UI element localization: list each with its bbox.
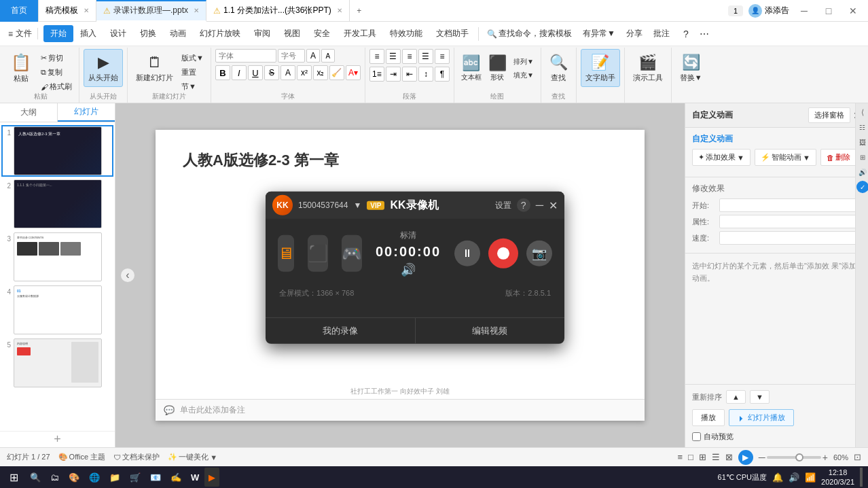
- menu-design[interactable]: 设计: [103, 25, 133, 42]
- menu-assistant[interactable]: 文档助手: [429, 25, 475, 42]
- tab-template[interactable]: 稿壳模板 ✕: [39, 0, 96, 22]
- smart-anim-button[interactable]: ⚡ 智能动画 ▼: [755, 149, 816, 166]
- select-pane-button[interactable]: 选择窗格: [808, 107, 850, 123]
- kk-minimize-button[interactable]: ─: [536, 199, 543, 211]
- beautify-button[interactable]: ✨ 一键美化 ▼: [168, 452, 217, 462]
- kk-close-button[interactable]: ✕: [549, 198, 558, 211]
- delete-anim-button[interactable]: 🗑 删除: [820, 149, 856, 166]
- slide-item-2[interactable]: 2 1.1.1 集个小问题第一...: [3, 179, 112, 228]
- view-normal-button[interactable]: ≡: [677, 452, 683, 462]
- tab-template-close[interactable]: ✕: [84, 7, 89, 14]
- reorder-up-button[interactable]: ▲: [726, 390, 746, 404]
- menu-review[interactable]: 审阅: [247, 25, 277, 42]
- right-icon-active[interactable]: ✓: [856, 181, 869, 193]
- taskbar-app-art[interactable]: 🎨: [65, 468, 84, 487]
- right-icon-2[interactable]: ☷: [856, 121, 869, 133]
- slide-item-4[interactable]: 4 01 云服务设计数据源: [3, 285, 112, 334]
- tab-ppt2[interactable]: ⚠ 1.1 分类加法计...(共36张PPT) ✕: [206, 0, 350, 22]
- italic-button[interactable]: I: [232, 65, 247, 80]
- add-tab-button[interactable]: +: [350, 0, 369, 22]
- notes-area[interactable]: 💬 单击此处添加备注: [156, 399, 645, 421]
- left-scroll-button[interactable]: ‹: [121, 268, 134, 282]
- taskbar-app-wps[interactable]: ✍: [166, 468, 185, 487]
- text-box-button[interactable]: 🔤 文本框: [458, 49, 484, 87]
- underline-button[interactable]: U: [248, 65, 263, 80]
- zoom-out-button[interactable]: ─: [759, 452, 765, 463]
- kk-dropdown-icon[interactable]: ▼: [353, 201, 361, 210]
- kk-audio-icon[interactable]: 🔊: [401, 262, 416, 277]
- view-grid-button[interactable]: ⊞: [699, 452, 706, 462]
- show-desktop-button[interactable]: [860, 468, 863, 487]
- indent-more-button[interactable]: ⇥: [386, 67, 401, 82]
- kk-titlebar[interactable]: KK 15004537644 ▼ VIP KK录像机 设置 ? ─ ✕: [266, 192, 564, 219]
- tab-ppt2-close[interactable]: ✕: [337, 7, 342, 14]
- text-assist-button[interactable]: 📝 文字助手: [581, 49, 620, 87]
- close-button[interactable]: ✕: [844, 1, 863, 20]
- right-icon-4[interactable]: ⊞: [856, 151, 869, 163]
- decrease-font-button[interactable]: A: [321, 49, 335, 63]
- menu-insert[interactable]: 插入: [73, 25, 103, 42]
- kk-screenshot-button[interactable]: 📷: [526, 241, 552, 266]
- taskbar-app-browser[interactable]: 🌐: [85, 468, 104, 487]
- line-spacing-button[interactable]: ↕: [418, 67, 433, 82]
- sys-notification-icon[interactable]: 🔔: [772, 472, 783, 483]
- list-button[interactable]: ≡: [435, 49, 450, 64]
- menu-transition[interactable]: 切换: [133, 25, 163, 42]
- clear-format-button[interactable]: 🧹: [329, 65, 344, 80]
- layout-button[interactable]: 版式▼: [179, 52, 206, 65]
- slideshow-button[interactable]: ⏵ 幻灯片播放: [729, 409, 794, 426]
- kk-my-recordings-button[interactable]: 我的录像: [266, 318, 415, 344]
- demo-button[interactable]: 🎬 演示工具: [629, 49, 667, 87]
- play-slideshow-button[interactable]: ▶: [738, 450, 753, 465]
- zoom-slider[interactable]: [767, 456, 821, 459]
- menu-share[interactable]: 分享: [621, 25, 648, 42]
- menu-file[interactable]: ≡ 文件: [3, 25, 43, 42]
- taskbar-app-files[interactable]: 📁: [105, 468, 124, 487]
- tab-pptx[interactable]: ⚠ 录课计数原理—.pptx ✕: [96, 0, 206, 22]
- menu-help[interactable]: ?: [678, 26, 694, 42]
- right-icon-1[interactable]: ⟨: [856, 106, 869, 118]
- find-button[interactable]: 🔍 查找: [545, 49, 572, 87]
- right-icon-3[interactable]: 🖼: [856, 136, 869, 148]
- slide-item-1[interactable]: 1 人教A版选修2-3 第一章: [3, 126, 112, 175]
- menu-special[interactable]: 特效功能: [383, 25, 429, 42]
- view-notes-button[interactable]: ⊠: [725, 452, 733, 462]
- add-slide-button[interactable]: +: [0, 431, 115, 447]
- add-effect-button[interactable]: ✦ 添加效果 ▼: [692, 149, 751, 166]
- menu-view[interactable]: 视图: [277, 25, 307, 42]
- shape-button[interactable]: ⬛ 形状: [486, 49, 509, 87]
- search-taskbar-button[interactable]: 🔍: [26, 468, 45, 487]
- strikethrough-button[interactable]: S: [264, 65, 279, 80]
- font-family-input[interactable]: [215, 49, 276, 63]
- bold-button[interactable]: B: [215, 65, 230, 80]
- tab-outline[interactable]: 大纲: [0, 103, 58, 122]
- shadow-button[interactable]: A: [281, 65, 295, 80]
- sys-volume-icon[interactable]: 🔊: [789, 472, 799, 483]
- kk-settings-button[interactable]: 设置: [495, 199, 511, 211]
- align-left-button[interactable]: ≡: [369, 49, 384, 64]
- replace-button[interactable]: 🔄 替换▼: [676, 49, 706, 87]
- play-animation-button[interactable]: 播放: [692, 409, 725, 426]
- kk-screen-mode-button[interactable]: 🖥: [278, 235, 294, 272]
- arrange-button[interactable]: 排列▼: [511, 56, 537, 68]
- kk-game-mode-button[interactable]: 🎮: [342, 235, 362, 272]
- tab-pptx-close[interactable]: ✕: [194, 7, 199, 14]
- kk-pause-button[interactable]: ⏸: [454, 241, 480, 266]
- kk-record-button[interactable]: [488, 239, 518, 268]
- kk-help-button[interactable]: ?: [517, 198, 530, 212]
- auto-preview-check[interactable]: [692, 432, 701, 441]
- menu-developer[interactable]: 开发工具: [337, 25, 383, 42]
- slide-item-5[interactable]: 5 内容说明: [3, 338, 112, 387]
- fill-button[interactable]: 填充▼: [511, 69, 537, 82]
- menu-comment[interactable]: 批注: [648, 25, 675, 42]
- para-spacing-button[interactable]: ¶: [435, 67, 450, 82]
- taskbar-app-kk[interactable]: ▶: [204, 468, 219, 487]
- view-slide-button[interactable]: □: [688, 452, 693, 462]
- new-slide-button[interactable]: 🗒 新建幻灯片: [132, 49, 177, 87]
- reset-button[interactable]: 重置: [179, 66, 206, 79]
- view-outline-button[interactable]: ☰: [712, 452, 720, 462]
- menu-slideshow[interactable]: 幻灯片放映: [193, 25, 247, 42]
- kk-edit-video-button[interactable]: 编辑视频: [416, 318, 565, 344]
- justify-button[interactable]: ☰: [418, 49, 433, 64]
- start-button[interactable]: ⊞: [3, 468, 24, 487]
